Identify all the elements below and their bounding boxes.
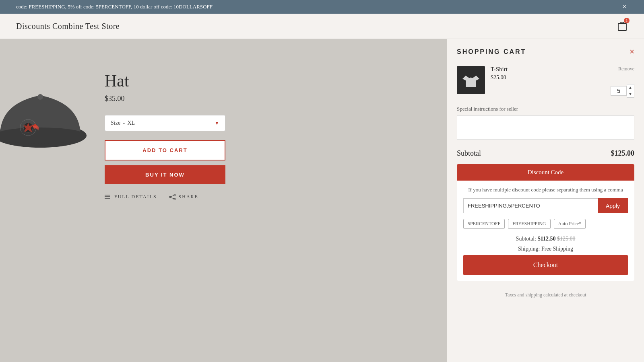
- cart-icon-button[interactable]: 1: [617, 19, 628, 33]
- full-details-label: FULL DETAILS: [114, 194, 157, 200]
- product-area: Hat $35.00 Size - XL ▼ ADD TO CART BUY I…: [0, 39, 447, 362]
- svg-line-13: [171, 197, 174, 199]
- discount-totals: Subtotal: $112.50 $125.00 Shipping: Free…: [463, 234, 628, 254]
- product-links: FULL DETAILS SHARE: [105, 194, 225, 200]
- special-instructions-section: Special instructions for seller: [457, 106, 634, 149]
- applied-codes: 5PERCENTOFF FREESHIPPING Auto Price*: [463, 219, 628, 229]
- share-link[interactable]: SHARE: [169, 194, 198, 200]
- cart-header: SHOPPING CART ×: [457, 47, 634, 56]
- shopping-cart-panel: SHOPPING CART × T-Shirt Remove $25.00: [447, 39, 644, 362]
- product-info: Hat $35.00 Size - XL ▼ ADD TO CART BUY I…: [105, 55, 225, 200]
- cart-item-count: 1: [624, 18, 630, 23]
- cart-item-image: [457, 66, 485, 94]
- quantity-decrease-button[interactable]: ▼: [627, 91, 634, 97]
- taxes-note: Taxes and shipping calculated at checkou…: [457, 292, 634, 298]
- subtotal-amount: $125.00: [611, 149, 635, 158]
- announcement-text: code: FREESHIPPING, 5% off code: 5PERCEN…: [16, 4, 621, 10]
- subtotal-text: Subtotal:: [516, 236, 538, 242]
- discounted-price: $112.50: [538, 236, 556, 242]
- discount-code-input[interactable]: [463, 198, 598, 213]
- apply-discount-button[interactable]: Apply: [598, 198, 628, 213]
- svg-point-3: [37, 94, 43, 100]
- auto-price-badge: Auto Price*: [554, 219, 586, 229]
- discount-code-badge-freeshipping: FREESHIPPING: [508, 219, 550, 229]
- special-instructions-label: Special instructions for seller: [457, 106, 634, 112]
- list-icon: [105, 194, 111, 200]
- discount-header: Discount Code: [457, 164, 634, 181]
- quantity-stepper: ▲ ▼: [627, 84, 634, 98]
- cart-close-button[interactable]: ×: [630, 47, 634, 56]
- announcement-close-button[interactable]: ×: [621, 3, 628, 10]
- subtotal-label: Subtotal: [457, 149, 481, 158]
- discount-description: If you have multiple discount code pleas…: [463, 186, 628, 193]
- quantity-increase-button[interactable]: ▲: [627, 84, 634, 91]
- discount-body: If you have multiple discount code pleas…: [457, 181, 634, 281]
- cart-item-remove-button[interactable]: Remove: [618, 66, 634, 72]
- special-instructions-textarea[interactable]: [457, 115, 634, 140]
- site-header: Discounts Combine Test Store 1: [0, 14, 644, 39]
- discount-input-row: Apply: [463, 198, 628, 213]
- svg-rect-0: [618, 23, 626, 31]
- subtotal-row: Subtotal $125.00: [457, 149, 634, 158]
- svg-line-12: [171, 195, 174, 197]
- cart-title: SHOPPING CART: [457, 48, 526, 56]
- cart-item-name: T-Shirt: [491, 66, 508, 73]
- cart-item: T-Shirt Remove $25.00 ▲ ▼: [457, 66, 634, 98]
- share-icon: [169, 194, 175, 200]
- cart-item-price: $25.00: [491, 74, 634, 81]
- quantity-input[interactable]: [611, 86, 627, 96]
- size-selector[interactable]: Size - XL ▼: [105, 115, 225, 131]
- main-layout: Hat $35.00 Size - XL ▼ ADD TO CART BUY I…: [0, 39, 644, 362]
- cart-item-details: T-Shirt Remove $25.00 ▲ ▼: [491, 66, 634, 98]
- size-value: XL: [127, 120, 215, 126]
- product-price: $35.00: [105, 95, 225, 103]
- share-label: SHARE: [179, 194, 198, 200]
- tshirt-icon: [462, 72, 479, 88]
- add-to-cart-button[interactable]: ADD TO CART: [105, 140, 225, 160]
- svg-point-9: [169, 196, 171, 198]
- product-title: Hat: [105, 71, 225, 90]
- product-image: [0, 63, 93, 184]
- store-name: Discounts Combine Test Store: [16, 22, 120, 31]
- shipping-text: Shipping: Free Shipping: [463, 244, 628, 254]
- cart-item-quantity: ▲ ▼: [491, 84, 634, 98]
- discount-code-badge-5percentoff: 5PERCENTOFF: [463, 219, 505, 229]
- full-details-link[interactable]: FULL DETAILS: [105, 194, 157, 200]
- checkout-button[interactable]: Checkout: [463, 255, 628, 275]
- size-label: Size: [111, 120, 120, 126]
- discount-section: Discount Code If you have multiple disco…: [457, 164, 634, 281]
- svg-point-11: [174, 198, 175, 200]
- svg-point-10: [174, 194, 175, 196]
- buy-it-now-button[interactable]: BUY IT NOW: [105, 165, 225, 184]
- announcement-bar: code: FREESHIPPING, 5% off code: 5PERCEN…: [0, 0, 644, 14]
- original-price-strikethrough: $125.00: [557, 236, 576, 242]
- chevron-down-icon: ▼: [215, 120, 219, 126]
